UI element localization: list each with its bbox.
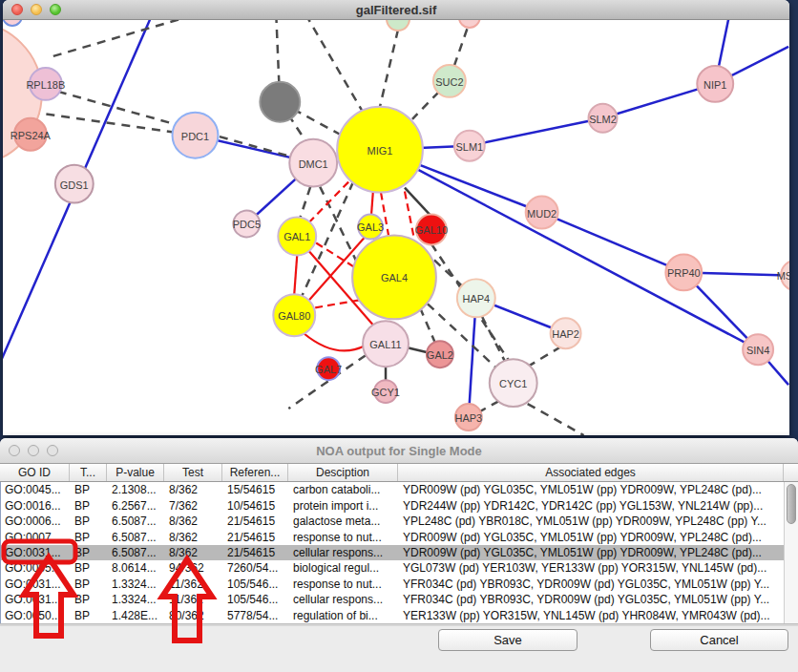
table-cell: GO:0065... — [1, 561, 71, 575]
table-row[interactable]: GO:0031...BP1.3324...11/362105/546...cel… — [1, 592, 785, 607]
table-cell: 6.2567... — [108, 499, 165, 513]
column-header-test[interactable]: Test — [164, 464, 222, 481]
graph-node-label: GAL11 — [369, 339, 401, 350]
column-header-referen[interactable]: Referen... — [222, 464, 288, 481]
table-cell: response to nut... — [289, 578, 399, 591]
graph-node-label: GAL7 — [315, 364, 342, 375]
minimize-button-icon[interactable] — [28, 445, 39, 456]
graph-node-corner-node[interactable] — [3, 20, 22, 26]
graph-node-gray-node[interactable] — [260, 82, 300, 122]
graph-node-label: SLM2 — [589, 114, 617, 125]
graph-node-label: RPS24A — [10, 130, 52, 141]
table-cell: 6.5087... — [108, 546, 165, 559]
table-row[interactable]: GO:0031...BP6.5087...8/36221/54615cellul… — [1, 545, 785, 560]
network-titlebar[interactable]: galFiltered.sif — [3, 0, 789, 20]
column-header-desciption[interactable]: Desciption — [288, 464, 398, 481]
table-row[interactable]: GO:0006...BP6.5087...8/36221/54615galact… — [1, 514, 785, 529]
scrollbar-thumb[interactable] — [787, 484, 796, 524]
table-cell: BP — [71, 483, 108, 496]
table-cell: GO:0050... — [1, 609, 71, 622]
network-window: galFiltered.sif RPL18BRPS24AGDS1PDC1DMC1… — [3, 0, 789, 435]
graph-node-label: PRP40 — [667, 267, 701, 279]
table-cell: 105/546... — [223, 593, 289, 606]
graph-node-label: GAL80 — [278, 310, 310, 322]
graph-edge — [454, 28, 468, 66]
table-row[interactable]: GO:0007...BP6.5087...8/36221/54615respon… — [1, 529, 785, 544]
graph-node-label: GDS1 — [60, 179, 89, 191]
zoom-button-icon[interactable] — [50, 4, 61, 15]
save-button[interactable]: Save — [438, 629, 578, 651]
table-cell: YDR244W (pp) YDR142C, YDR142C (pp) YGL15… — [399, 499, 785, 513]
vertical-scrollbar[interactable] — [784, 482, 798, 624]
table-header: GO IDT...P-valueTestReferen...Desciption… — [0, 464, 798, 482]
graph-edge — [308, 182, 348, 223]
close-button-icon[interactable] — [9, 445, 20, 456]
table-cell: galactose meta... — [289, 514, 399, 528]
table-cell: 1.3324... — [108, 578, 165, 591]
graph-edge — [315, 300, 360, 307]
table-cell: 2.1308... — [108, 483, 165, 496]
table-row[interactable]: GO:0016...BP6.2567...7/36210/54615protei… — [1, 497, 785, 513]
table-cell: GO:0045... — [1, 483, 71, 496]
table-cell: 7260/54... — [223, 561, 289, 575]
noa-output-window: NOA output for Single Mode GO IDT...P-va… — [0, 438, 798, 672]
graph-edge — [276, 20, 279, 82]
table-cell: protein import i... — [289, 499, 399, 513]
table-cell: BP — [71, 531, 108, 544]
table-cell: 21/54615 — [223, 531, 289, 544]
table-cell: YDR009W (pd) YGL035C, YML051W (pp) YDR00… — [399, 483, 785, 496]
graph-edge — [434, 260, 462, 285]
table-cell: 10/54615 — [223, 499, 289, 513]
table-cell: 5778/54... — [223, 609, 289, 622]
table-cell: 11/362 — [165, 593, 223, 606]
noa-titlebar[interactable]: NOA output for Single Mode — [0, 438, 798, 464]
column-header-p-value[interactable]: P-value — [107, 464, 164, 481]
table-cell: carbon cataboli... — [289, 483, 399, 496]
table-cell: 21/54615 — [223, 546, 289, 559]
table-row[interactable]: GO:0050...BP1.428E...80/3625778/54...reg… — [1, 608, 785, 623]
graph-node-label: HAP2 — [552, 328, 579, 340]
table-cell: YGL073W (pd) YER103W, YER133W (pp) YOR31… — [399, 561, 785, 575]
network-canvas[interactable]: RPL18BRPS24AGDS1PDC1DMC1PDC5MIG1SUC2SLM1… — [3, 20, 789, 435]
graph-edge — [300, 187, 310, 219]
graph-node-label: HAP3 — [454, 412, 482, 424]
graph-node-top-pink[interactable] — [459, 20, 480, 28]
table-cell: response to nut... — [289, 531, 399, 544]
table-row[interactable]: GO:0045...BP2.1308...8/36215/54615carbon… — [1, 482, 785, 497]
table-cell: GO:0006... — [1, 514, 71, 528]
table-cell: 21/54615 — [223, 514, 289, 528]
minimize-button-icon[interactable] — [31, 4, 42, 15]
table-row[interactable]: GO:0065...BP8.0614...94/3627260/54...bio… — [1, 560, 785, 576]
table-cell: 1.428E... — [108, 609, 165, 622]
table-cell: GO:0016... — [1, 499, 71, 513]
table-cell: 8/362 — [165, 514, 223, 528]
zoom-button-icon[interactable] — [47, 445, 58, 456]
table-cell: BP — [71, 561, 108, 575]
table-cell: cellular respons... — [289, 546, 399, 559]
graph-edge — [542, 213, 684, 273]
table-cell: YPL248C (pd) YBR018C, YML051W (pp) YDR00… — [399, 514, 785, 528]
table-cell: cellular respons... — [289, 593, 399, 606]
graph-node-label: SUC2 — [435, 76, 463, 88]
column-header-go-id[interactable]: GO ID — [0, 464, 70, 481]
graph-node-label: GAL4 — [381, 272, 408, 284]
network-window-title: galFiltered.sif — [3, 3, 789, 17]
graph-node-top-green[interactable] — [387, 20, 410, 31]
graph-node-label: GAL3 — [357, 222, 384, 234]
graph-edge — [480, 401, 499, 411]
graph-edge — [408, 347, 428, 352]
graph-node-label: GAL2 — [427, 349, 453, 361]
graph-node-label: GCY1 — [371, 387, 400, 398]
table-cell: 8.0614... — [108, 561, 165, 575]
column-header-t[interactable]: T... — [70, 464, 107, 481]
graph-edge — [405, 192, 414, 240]
close-button-icon[interactable] — [11, 4, 23, 15]
column-header-associated-edges[interactable]: Associated edges — [398, 464, 784, 481]
graph-edge — [294, 255, 297, 294]
graph-node-label: SIN4 — [746, 345, 769, 356]
graph-edge — [379, 30, 398, 111]
table-cell: YER133W (pp) YOR315W, YNL145W (pd) YHR08… — [399, 609, 785, 622]
table-row[interactable]: GO:0031...BP1.3324...11/362105/546...res… — [1, 577, 785, 592]
cancel-button[interactable]: Cancel — [650, 629, 788, 651]
table-cell: GO:0007... — [1, 531, 71, 544]
